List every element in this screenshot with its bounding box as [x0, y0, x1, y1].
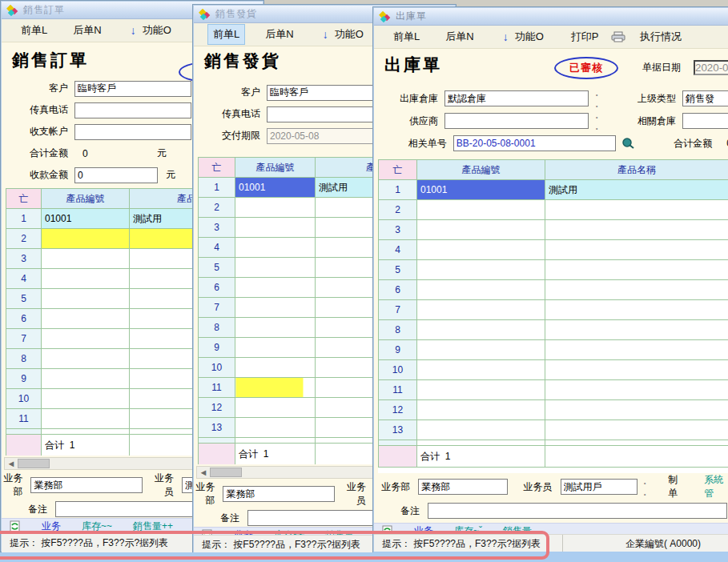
rel-warehouse-input[interactable]	[682, 113, 728, 129]
cell-product-name[interactable]	[545, 260, 728, 280]
cell-product-name[interactable]	[545, 220, 728, 240]
row-number[interactable]: 10	[6, 389, 42, 409]
cell-product-code[interactable]: 01001	[42, 209, 130, 229]
cell-product-code[interactable]	[235, 318, 316, 338]
cell-product-name[interactable]	[545, 200, 728, 220]
menu-function[interactable]: 功能O	[330, 25, 368, 44]
row-number[interactable]: 2	[379, 200, 417, 220]
row-number[interactable]: 5	[379, 260, 417, 280]
cell-product-code[interactable]	[42, 249, 130, 269]
cell-product-code[interactable]	[235, 258, 316, 278]
supplier-input[interactable]	[444, 113, 589, 129]
lookup-dots[interactable]: . .	[595, 87, 606, 110]
warehouse-input[interactable]	[444, 90, 589, 106]
row-number[interactable]: 13	[379, 420, 417, 440]
doc-date-input[interactable]	[694, 60, 728, 75]
cell-product-code[interactable]	[417, 320, 545, 340]
row-number[interactable]: 7	[6, 329, 42, 349]
received-input[interactable]	[74, 167, 158, 183]
fax-input[interactable]	[74, 102, 191, 118]
cell-product-code[interactable]	[417, 380, 545, 400]
cell-product-name[interactable]	[545, 300, 728, 320]
row-number[interactable]: 4	[379, 240, 417, 260]
note-input[interactable]	[428, 503, 727, 519]
row-number[interactable]: 6	[199, 278, 235, 298]
cell-product-code[interactable]	[235, 398, 316, 418]
menu-prev[interactable]: 前单L	[388, 27, 424, 46]
cell-product-code[interactable]	[42, 389, 130, 409]
fax-input[interactable]	[267, 106, 384, 122]
cell-product-code[interactable]	[417, 360, 545, 380]
scroll-left-arrow-icon[interactable]: ◄	[5, 458, 18, 469]
row-number[interactable]: 3	[199, 218, 235, 238]
cell-product-code[interactable]	[235, 358, 316, 378]
row-number[interactable]: 10	[379, 360, 417, 380]
row-number[interactable]: 7	[379, 300, 417, 320]
link-business[interactable]: 业务	[42, 520, 61, 533]
agent-input[interactable]	[561, 479, 638, 495]
row-number[interactable]: 9	[199, 338, 235, 358]
cell-product-code[interactable]	[417, 220, 545, 240]
cell-product-name[interactable]	[545, 240, 728, 260]
row-number[interactable]: 5	[199, 258, 235, 278]
menu-next[interactable]: 后单N	[68, 21, 106, 40]
lookup-dots[interactable]: . .	[644, 476, 654, 498]
row-number[interactable]: 1	[199, 178, 235, 198]
cell-product-code[interactable]	[235, 418, 316, 438]
account-input[interactable]	[74, 124, 191, 140]
cell-product-name[interactable]	[545, 280, 728, 300]
cell-product-code[interactable]	[42, 329, 130, 349]
cell-product-code[interactable]	[235, 218, 316, 238]
link-sales-qty[interactable]: 銷售量++	[133, 520, 173, 533]
link-stock[interactable]: 库存~~	[82, 520, 112, 533]
cell-product-code[interactable]	[235, 238, 316, 258]
row-number[interactable]: 4	[6, 269, 42, 289]
row-number[interactable]: 7	[199, 298, 235, 318]
menu-next[interactable]: 后单N	[440, 27, 478, 46]
menu-next[interactable]: 后单N	[260, 25, 298, 44]
cell-product-code[interactable]	[42, 269, 130, 289]
lookup-dots[interactable]: . .	[595, 110, 606, 132]
row-number[interactable]: 8	[6, 349, 42, 369]
cell-product-code[interactable]	[417, 200, 545, 220]
magnifier-icon[interactable]	[621, 137, 635, 150]
cell-product-code[interactable]	[417, 420, 545, 440]
scroll-left-arrow-icon[interactable]: ◄	[197, 467, 210, 478]
menu-function[interactable]: 功能O	[138, 21, 176, 40]
cell-product-name[interactable]: 測試用	[545, 180, 728, 200]
row-number[interactable]: 1	[6, 209, 42, 229]
dept-input[interactable]	[223, 486, 335, 502]
row-number[interactable]: 9	[379, 340, 417, 360]
row-number[interactable]: 11	[199, 378, 235, 398]
dept-input[interactable]	[418, 479, 508, 495]
row-number[interactable]: 10	[199, 358, 235, 378]
cell-product-name[interactable]	[545, 380, 728, 400]
row-number[interactable]: 9	[6, 369, 42, 389]
cell-product-code[interactable]	[417, 340, 545, 360]
cell-product-code[interactable]	[417, 280, 545, 300]
cell-product-code[interactable]	[417, 260, 545, 280]
menu-exec-status[interactable]: 执行情况	[635, 27, 686, 46]
row-number[interactable]: 8	[379, 320, 417, 340]
row-number[interactable]: 11	[6, 409, 42, 429]
menu-function[interactable]: 功能O	[510, 27, 549, 46]
cell-product-code[interactable]	[42, 369, 130, 389]
row-number[interactable]: 3	[6, 249, 42, 269]
cell-product-name[interactable]	[545, 400, 728, 420]
row-number[interactable]: 2	[6, 229, 42, 249]
row-number[interactable]: 2	[199, 198, 235, 218]
cell-product-code[interactable]	[42, 309, 130, 329]
cell-product-name[interactable]	[545, 340, 728, 360]
row-number[interactable]: 12	[379, 400, 417, 420]
row-number[interactable]: 3	[379, 220, 417, 240]
refresh-doc-icon[interactable]	[10, 520, 21, 532]
cell-product-code[interactable]	[235, 298, 316, 318]
cell-product-name[interactable]	[545, 360, 728, 380]
row-number[interactable]: 12	[199, 398, 235, 418]
cell-product-code[interactable]: 01001	[417, 180, 545, 200]
parent-type-input[interactable]	[682, 90, 728, 106]
customer-input[interactable]	[74, 81, 191, 97]
cell-product-code[interactable]	[417, 400, 545, 420]
cell-product-code[interactable]	[235, 198, 316, 218]
customer-input[interactable]	[267, 85, 384, 101]
